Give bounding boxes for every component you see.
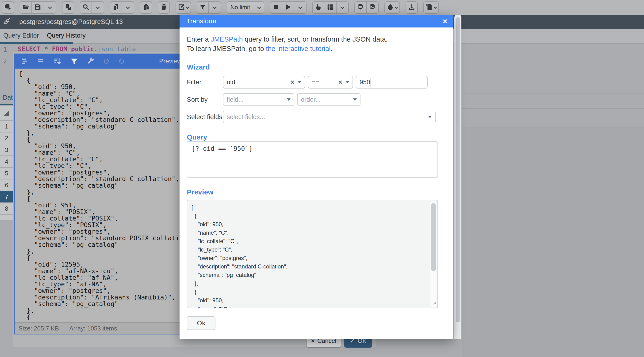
chevron-down-icon [434, 5, 437, 9]
preview-scrollbar-thumb[interactable] [431, 203, 436, 271]
row-limit-select[interactable]: No limit [227, 2, 264, 14]
execute-menu-button[interactable] [294, 2, 306, 14]
trash-icon [160, 4, 167, 12]
tab-query-editor[interactable]: Query Editor [3, 32, 39, 39]
transform-wrench-button[interactable] [86, 57, 94, 65]
clear-menu-button[interactable] [384, 2, 400, 14]
clear-icon[interactable]: × [290, 79, 294, 86]
filter-button[interactable] [197, 2, 209, 14]
format-json-button[interactable] [21, 57, 29, 65]
copy-menu-button[interactable] [122, 2, 134, 14]
close-icon[interactable]: × [443, 17, 447, 25]
copy-button[interactable] [110, 2, 122, 14]
query-textarea[interactable]: [? oid == `950`] [187, 141, 438, 178]
grid-row-header[interactable]: 8 [0, 203, 13, 214]
chevron-down-icon [48, 5, 52, 9]
query-heading: Query [187, 133, 438, 141]
chevron-down-icon [346, 81, 349, 83]
filter-json-button[interactable] [70, 57, 78, 65]
explain-analyze-button[interactable] [324, 2, 336, 14]
filter-value-input[interactable]: 950 [356, 76, 428, 89]
connection-status-box[interactable] [0, 15, 14, 29]
line-number-1: 1 [3, 46, 7, 53]
preview-panel[interactable]: [ { "oid": 950, "name": "C", "lc_collate… [187, 200, 438, 308]
save-file-icon [34, 4, 41, 12]
save-file-button[interactable] [32, 2, 44, 14]
select-fields-combobox[interactable]: select fields... [223, 111, 436, 123]
connection-title: postgres/postgres@PostgreSQL 13 [19, 18, 123, 26]
stop-button[interactable] [270, 2, 282, 14]
resize-handle-icon[interactable] [432, 298, 436, 307]
tab-query-history[interactable]: Query History [47, 32, 86, 39]
macro-menu-button[interactable] [424, 2, 439, 14]
filter-label: Filter [187, 79, 223, 86]
rollback-icon [369, 4, 376, 12]
clear-icon[interactable]: × [338, 79, 342, 86]
query-tool-icon [4, 4, 12, 12]
dialog-scrollbar-track[interactable] [454, 15, 462, 339]
filter-menu-button[interactable] [209, 2, 221, 14]
sort-row: Sort by field... order... [187, 93, 438, 106]
edit-menu-button[interactable] [176, 2, 191, 14]
wizard-heading: Wizard [187, 63, 438, 71]
find-button[interactable] [80, 2, 92, 14]
jmespath-link[interactable]: JMESPath [211, 36, 243, 43]
sql-table-name: json_table [98, 45, 136, 53]
panel-divider [462, 108, 644, 109]
save-data-icon [64, 4, 72, 12]
select-fields-row: Select fields select fields... [187, 111, 438, 123]
filter-field-combobox[interactable]: oid × [223, 76, 305, 89]
json-items-label: Array: 1053 items [69, 325, 117, 332]
sql-editor-line[interactable]: SELECT * FROM public.json_table [18, 45, 136, 53]
paste-button[interactable] [140, 2, 152, 14]
tab-data-output[interactable]: Dat [3, 94, 13, 101]
dialog-scrollbar-thumb[interactable] [456, 17, 460, 322]
redo-button[interactable]: ↻ [118, 57, 125, 65]
main-toolbar: No limit [0, 0, 644, 15]
search-icon [82, 4, 90, 12]
transform-ok-button[interactable]: Ok [187, 316, 216, 330]
grid-row-header[interactable]: 6 [0, 179, 13, 191]
download-button[interactable] [406, 2, 418, 14]
explain-button[interactable] [312, 2, 324, 14]
sql-keyword: FROM [52, 45, 67, 53]
sort-order-combobox[interactable]: order... [297, 93, 360, 106]
commit-icon [357, 4, 364, 12]
transform-dialog: Transform × Enter a JMESPath query to fi… [180, 15, 454, 339]
chevron-down-icon [395, 5, 398, 9]
grid-row-header-selected[interactable]: 7 [0, 191, 13, 203]
compact-json-button[interactable] [37, 57, 45, 65]
paste-icon [142, 4, 150, 12]
commit-button[interactable] [354, 2, 366, 14]
sort-field-combobox[interactable]: field... [223, 93, 294, 106]
chevron-down-icon [96, 5, 100, 9]
tutorial-link[interactable]: the interactive tutorial [266, 45, 331, 52]
grid-row-header[interactable]: 4 [0, 156, 13, 167]
intro-line-2: To learn JMESPath, go to the interactive… [187, 44, 438, 53]
grid-row-header[interactable]: 5 [0, 167, 13, 179]
open-file-icon [22, 4, 29, 12]
execute-button[interactable] [282, 2, 294, 14]
save-file-menu-button[interactable] [44, 2, 56, 14]
sort-json-button[interactable] [54, 57, 62, 65]
grid-row-header[interactable]: 1 [0, 121, 13, 132]
explain-menu-button[interactable] [336, 2, 349, 14]
delete-button[interactable] [158, 2, 170, 14]
grid-row-header[interactable]: 2 [0, 132, 13, 144]
undo-button[interactable]: ↺ [103, 57, 110, 65]
open-file-button[interactable] [20, 2, 32, 14]
save-data-button[interactable] [62, 2, 74, 14]
sort-field-placeholder: field... [227, 96, 287, 103]
filter-operator-value: == [312, 79, 338, 86]
grid-row-header[interactable]: 3 [0, 144, 13, 156]
grid-select-all-cell[interactable] [0, 106, 13, 121]
transform-dialog-header[interactable]: Transform × [180, 15, 454, 28]
filter-operator-combobox[interactable]: == × [308, 76, 353, 89]
sort-order-placeholder: order... [301, 96, 353, 103]
dimmed-panel-area [462, 128, 644, 357]
preview-content: [ { "oid": 950, "name": "C", "lc_collate… [192, 203, 438, 308]
copy-icon [112, 4, 120, 12]
find-menu-button[interactable] [92, 2, 104, 14]
query-tool-button[interactable] [2, 2, 14, 14]
rollback-button[interactable] [366, 2, 379, 14]
